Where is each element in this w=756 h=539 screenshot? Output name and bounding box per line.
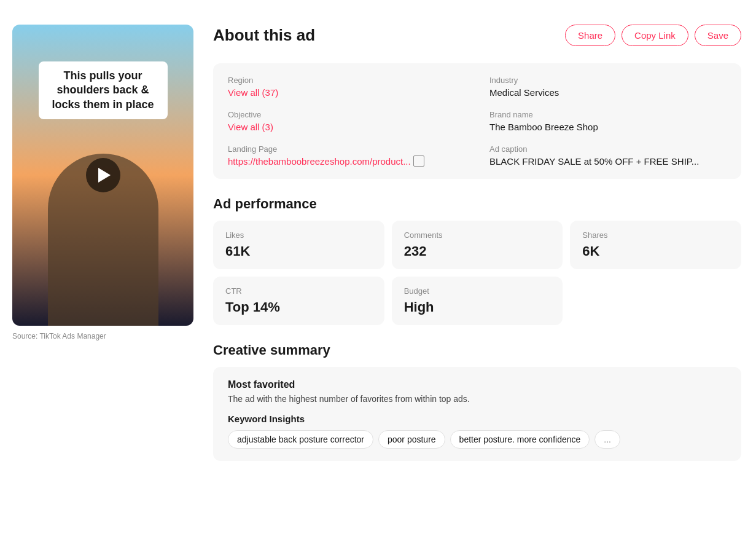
left-panel: This pulls your shoulders back & locks t… xyxy=(12,25,193,461)
save-button[interactable]: Save xyxy=(695,25,741,46)
objective-field: Objective View all (3) xyxy=(228,110,465,132)
likes-value: 61K xyxy=(225,243,372,259)
copy-link-button[interactable]: Copy Link xyxy=(622,25,688,46)
ad-caption-field: Ad caption BLACK FRIDAY SALE at 50% OFF … xyxy=(489,144,727,167)
industry-label: Industry xyxy=(489,76,727,85)
ad-thumbnail[interactable]: This pulls your shoulders back & locks t… xyxy=(12,25,193,326)
performance-section: Ad performance Likes 61K Comments 232 Sh… xyxy=(213,196,741,325)
ctr-value: Top 14% xyxy=(225,299,372,315)
keyword-tag-1: adjustable back posture corrector xyxy=(228,430,373,449)
right-panel: About this ad Share Copy Link Save Regio… xyxy=(213,25,741,461)
industry-value: Medical Services xyxy=(489,87,727,98)
creative-card-desc: The ad with the highest number of favori… xyxy=(228,394,727,404)
landing-page-value[interactable]: https://thebamboobreezeshop.com/product.… xyxy=(228,156,411,167)
keyword-tags: adjustable back posture corrector poor p… xyxy=(228,430,727,449)
budget-card: Budget High xyxy=(392,277,563,325)
keyword-tag-2: poor posture xyxy=(378,430,445,449)
landing-page-label: Landing Page xyxy=(228,144,465,154)
comments-label: Comments xyxy=(404,230,551,240)
share-button[interactable]: Share xyxy=(565,25,615,46)
performance-grid-top: Likes 61K Comments 232 Shares 6K xyxy=(213,221,741,269)
ad-caption-label: Ad caption xyxy=(489,144,727,154)
info-card: Region View all (37) Industry Medical Se… xyxy=(213,63,741,179)
ctr-card: CTR Top 14% xyxy=(213,277,384,325)
likes-label: Likes xyxy=(225,230,372,240)
creative-summary-title: Creative summary xyxy=(213,342,741,358)
budget-value: High xyxy=(404,299,551,315)
creative-card-title: Most favorited xyxy=(228,379,727,390)
creative-summary-section: Creative summary Most favorited The ad w… xyxy=(213,342,741,461)
comments-card: Comments 232 xyxy=(392,221,563,269)
industry-field: Industry Medical Services xyxy=(489,76,727,98)
objective-value[interactable]: View all (3) xyxy=(228,122,465,132)
header-actions: Share Copy Link Save xyxy=(565,25,741,46)
copy-url-icon[interactable] xyxy=(415,157,424,167)
region-field: Region View all (37) xyxy=(228,76,465,98)
shares-label: Shares xyxy=(582,230,729,240)
play-button[interactable] xyxy=(86,158,120,192)
brand-name-value: The Bamboo Breeze Shop xyxy=(489,122,727,132)
performance-grid-bottom: CTR Top 14% Budget High xyxy=(213,277,741,325)
keyword-insights-title: Keyword Insights xyxy=(228,414,727,424)
empty-card xyxy=(570,277,741,325)
shares-value: 6K xyxy=(582,243,729,259)
ad-overlay-text: This pulls your shoulders back & locks t… xyxy=(39,61,168,119)
performance-title: Ad performance xyxy=(213,196,741,212)
keyword-more[interactable]: ... xyxy=(594,430,620,449)
comments-value: 232 xyxy=(404,243,551,259)
budget-label: Budget xyxy=(404,286,551,296)
creative-card: Most favorited The ad with the highest n… xyxy=(213,367,741,461)
landing-page-field: Landing Page https://thebamboobreezeshop… xyxy=(228,144,465,167)
objective-label: Objective xyxy=(228,110,465,119)
shares-card: Shares 6K xyxy=(570,221,741,269)
ctr-label: CTR xyxy=(225,286,372,296)
page-title: About this ad xyxy=(213,26,315,45)
play-icon xyxy=(98,168,111,183)
ad-caption-value: BLACK FRIDAY SALE at 50% OFF + FREE SHIP… xyxy=(489,156,727,167)
brand-name-label: Brand name xyxy=(489,110,727,119)
source-label: Source: TikTok Ads Manager xyxy=(12,332,193,340)
region-label: Region xyxy=(228,76,465,85)
brand-name-field: Brand name The Bamboo Breeze Shop xyxy=(489,110,727,132)
region-value[interactable]: View all (37) xyxy=(228,87,465,98)
likes-card: Likes 61K xyxy=(213,221,384,269)
page-header: About this ad Share Copy Link Save xyxy=(213,25,741,46)
keyword-tag-3: better posture. more confidence xyxy=(450,430,590,449)
